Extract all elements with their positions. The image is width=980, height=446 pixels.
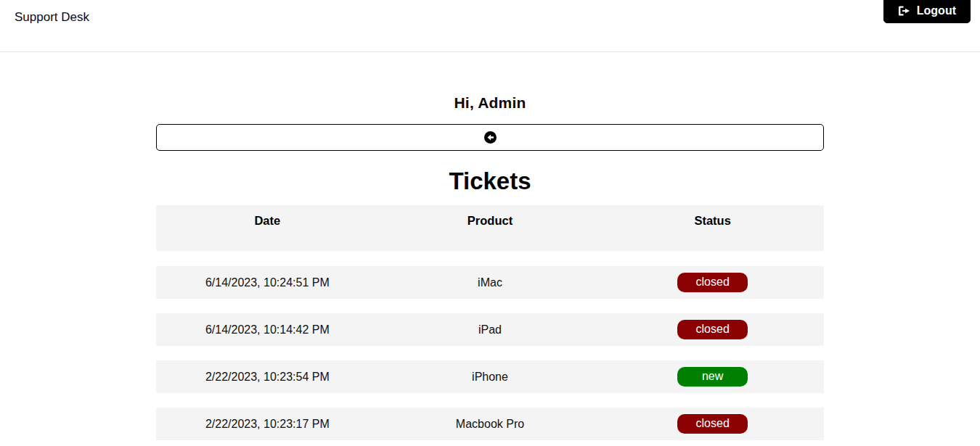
table-row: 2/22/2023, 10:23:54 PM iPhone new [156, 360, 824, 393]
status-badge: new [677, 367, 748, 387]
table-row: 6/14/2023, 10:24:51 PM iMac closed [156, 266, 824, 299]
ticket-product: iPhone [379, 371, 602, 383]
column-header-product: Product [379, 215, 602, 251]
main-content: Hi, Admin Tickets Date Product Status 6/… [156, 94, 824, 440]
sign-out-icon [898, 5, 910, 17]
tickets-table: Date Product Status 6/14/2023, 10:24:51 … [156, 205, 824, 440]
greeting-heading: Hi, Admin [156, 94, 824, 112]
column-header-status: Status [601, 215, 824, 251]
status-badge: closed [677, 320, 748, 339]
ticket-date: 2/22/2023, 10:23:54 PM [156, 371, 379, 383]
ticket-product: iPad [379, 324, 602, 336]
ticket-date: 6/14/2023, 10:24:51 PM [156, 277, 379, 289]
circle-arrow-left-icon [484, 131, 497, 144]
status-badge: closed [677, 273, 748, 292]
page-title: Tickets [156, 168, 824, 195]
table-header-row: Date Product Status [156, 205, 824, 251]
app-header: Support Desk Logout [0, 0, 980, 52]
table-row: 2/22/2023, 10:23:17 PM Macbook Pro close… [156, 408, 824, 440]
ticket-product: iMac [379, 277, 602, 289]
status-badge: closed [677, 414, 748, 434]
back-button[interactable] [156, 124, 824, 151]
ticket-date: 2/22/2023, 10:23:17 PM [156, 418, 379, 430]
table-row: 6/14/2023, 10:14:42 PM iPad closed [156, 313, 824, 346]
ticket-product: Macbook Pro [379, 418, 602, 430]
brand-link[interactable]: Support Desk [15, 10, 89, 25]
column-header-date: Date [156, 215, 379, 251]
logout-button[interactable]: Logout [883, 0, 971, 23]
logout-button-label: Logout [917, 4, 956, 17]
ticket-date: 6/14/2023, 10:14:42 PM [156, 324, 379, 336]
